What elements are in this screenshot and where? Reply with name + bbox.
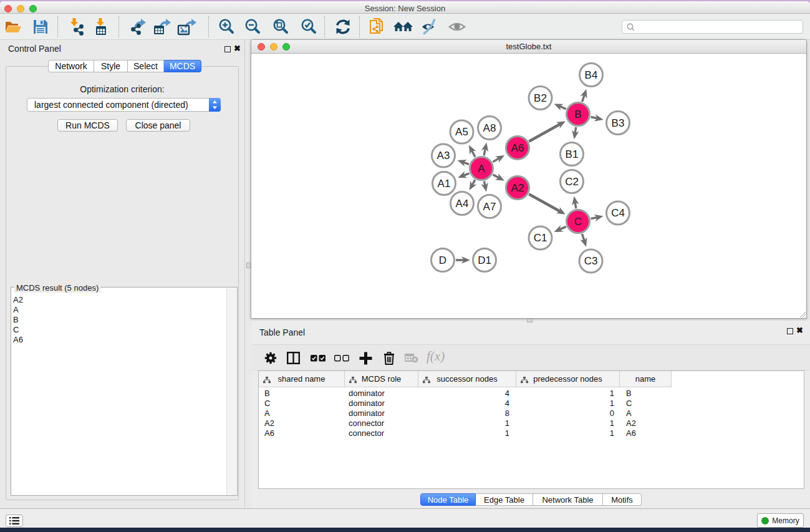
svg-text:A2: A2 — [511, 182, 524, 194]
svg-text:D: D — [439, 254, 446, 266]
svg-text:D1: D1 — [478, 254, 491, 266]
svg-text:A1: A1 — [438, 178, 451, 190]
svg-text:A6: A6 — [511, 142, 524, 154]
svg-text:B: B — [574, 109, 581, 120]
svg-text:B3: B3 — [612, 117, 625, 129]
svg-text:B1: B1 — [566, 148, 579, 160]
svg-text:C2: C2 — [565, 176, 579, 188]
svg-text:C3: C3 — [584, 255, 598, 267]
svg-text:A7: A7 — [483, 201, 496, 213]
svg-text:A4: A4 — [456, 198, 469, 210]
svg-text:A8: A8 — [483, 122, 496, 134]
svg-text:C: C — [574, 216, 582, 228]
svg-text:C4: C4 — [611, 207, 625, 219]
svg-text:B2: B2 — [534, 92, 547, 104]
svg-text:C1: C1 — [534, 232, 547, 244]
svg-text:A5: A5 — [455, 126, 468, 138]
svg-text:B4: B4 — [585, 69, 598, 81]
svg-text:A: A — [478, 163, 485, 175]
svg-text:A3: A3 — [437, 150, 450, 162]
